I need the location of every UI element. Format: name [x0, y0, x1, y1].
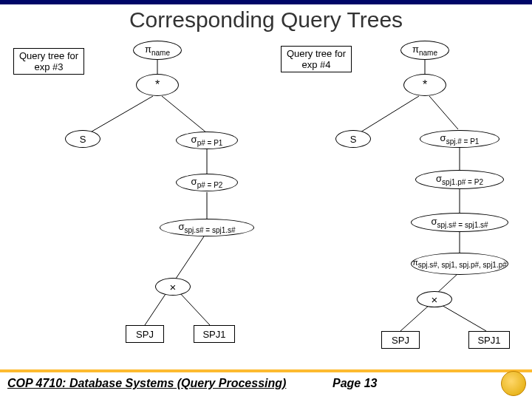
slide-title: Corresponding Query Trees [0, 7, 532, 33]
left-sigma-p1: σp# = P1 [176, 132, 238, 149]
right-S: S [335, 130, 371, 148]
left-sigma-p2: σp# = P2 [176, 174, 238, 191]
right-cartesian-product: × [417, 291, 452, 307]
left-caption-line2: exp #3 [19, 61, 78, 72]
left-tree-caption: Query tree for exp #3 [13, 48, 84, 75]
left-caption-line1: Query tree for [19, 50, 78, 61]
svg-line-16 [440, 304, 486, 331]
svg-line-5 [174, 236, 204, 281]
footer-course: COP 4710: Database Systems (Query Proces… [7, 377, 286, 390]
right-sigma-p2: σspj1.p# = P2 [415, 170, 504, 189]
right-pi-name: πname [400, 41, 449, 60]
svg-line-10 [429, 96, 458, 129]
right-sigma-join: σspj.s# = spj1.s# [411, 213, 508, 232]
left-pi-name: πname [133, 41, 182, 60]
left-SPJ: SPJ [126, 325, 164, 343]
right-projection: πspj.s#, spj1, spj.p#, spj1.p# [411, 253, 508, 275]
right-natural-join: * [403, 74, 446, 96]
left-cartesian-product: × [155, 278, 191, 296]
svg-line-15 [400, 304, 430, 331]
left-sigma-join: σspj.s# = spj1.s# [160, 219, 254, 236]
right-sigma-p1: σspj.# = P1 [420, 130, 499, 148]
svg-line-6 [145, 292, 167, 325]
right-SPJ1: SPJ1 [468, 331, 510, 349]
svg-line-9 [353, 96, 419, 137]
left-S: S [65, 130, 100, 148]
footer-bar: COP 4710: Database Systems (Query Proces… [0, 369, 532, 399]
right-SPJ: SPJ [381, 331, 420, 349]
footer-page: Page 13 [332, 377, 377, 390]
ucf-logo-icon [501, 371, 526, 396]
svg-line-2 [162, 96, 207, 133]
right-caption-line2: exp #4 [287, 59, 346, 70]
top-stripe [0, 0, 532, 4]
svg-line-7 [179, 292, 210, 325]
left-SPJ1: SPJ1 [194, 325, 235, 343]
left-natural-join: * [136, 74, 179, 96]
right-tree-caption: Query tree for exp #4 [281, 46, 352, 72]
right-caption-line1: Query tree for [287, 48, 346, 59]
svg-line-1 [83, 96, 153, 137]
